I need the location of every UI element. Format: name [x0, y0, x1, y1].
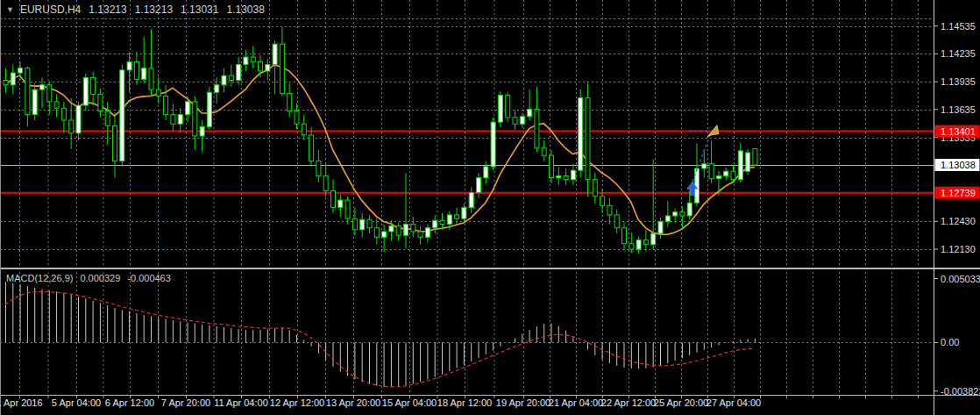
bull-candle-body [665, 216, 670, 221]
bear-candle-body [323, 175, 328, 190]
price-axis-label: 1.13935 [941, 76, 976, 87]
bear-candle-body [345, 200, 350, 218]
bear-candle-body [91, 77, 96, 94]
bull-candle-body [207, 92, 211, 126]
bull-candle-body [462, 207, 466, 218]
bear-candle-body [396, 226, 401, 236]
bull-candle-body [673, 212, 678, 216]
time-axis-label: 22 Apr 12:00 [601, 397, 656, 408]
bull-candle-body [636, 240, 641, 249]
time-axis-label: 19 Apr 20:00 [496, 397, 550, 408]
bear-candle-body [295, 111, 299, 124]
bear-candle-body [280, 44, 284, 93]
bull-candle-body [498, 95, 502, 122]
bear-candle-body [614, 215, 619, 228]
price-axis-label: 1.14535 [941, 21, 976, 32]
bull-candle-body [127, 61, 131, 70]
bull-candle-body [382, 232, 387, 237]
macd-axis-label: -0.003823 [941, 386, 980, 397]
bear-candle-body [411, 224, 415, 231]
bear-candle-body [607, 205, 612, 215]
bear-candle-body [4, 81, 8, 85]
bear-candle-body [418, 232, 423, 237]
time-axis-label: 11 Apr 04:00 [214, 397, 268, 408]
price-chart-canvas[interactable]: 1.145351.142351.139351.136351.133351.124… [0, 0, 980, 415]
bear-candle-body [374, 228, 379, 238]
bull-candle-body [120, 70, 124, 161]
bear-candle-body [455, 215, 459, 218]
bull-candle-body [360, 219, 365, 230]
bear-candle-body [134, 61, 138, 79]
bear-candle-body [25, 68, 30, 115]
time-axis-label: 13 Apr 20:00 [326, 397, 380, 408]
bull-candle-body [658, 221, 663, 233]
bear-candle-body [251, 57, 255, 61]
time-axis-label: 7 Apr 20:00 [161, 397, 210, 408]
bear-candle-body [156, 89, 160, 96]
bear-candle-body [47, 85, 52, 102]
bear-candle-body [753, 148, 757, 165]
bull-candle-body [557, 175, 561, 177]
pane-separator[interactable] [0, 268, 980, 269]
bear-candle-body [680, 212, 685, 216]
bull-candle-body [178, 115, 182, 125]
bull-candle-body [433, 220, 437, 227]
bear-candle-body [622, 228, 627, 244]
macd-axis-label: 0.00 [941, 337, 959, 347]
bull-candle-body [447, 215, 451, 225]
bear-candle-body [352, 218, 357, 230]
bull-candle-body [484, 167, 488, 178]
bull-candle-body [200, 126, 204, 136]
bull-candle-body [237, 65, 241, 81]
time-axis-label: 25 Apr 20:00 [654, 397, 708, 408]
bull-candle-body [528, 109, 532, 116]
bear-candle-body [61, 108, 66, 120]
bull-candle-body [338, 200, 343, 207]
bear-candle-body [309, 135, 314, 161]
bull-candle-body [142, 68, 146, 80]
price-axis-label: 1.14235 [941, 48, 976, 59]
current-price-badge-label: 1.13038 [941, 160, 976, 170]
time-axis-label: 21 Apr 04:00 [549, 397, 603, 408]
bull-candle-body [702, 164, 707, 168]
bear-candle-body [164, 96, 168, 114]
bull-candle-body [83, 77, 88, 105]
macd-axis-label: 0.005033 [941, 274, 980, 284]
time-axis-label: 15 Apr 04:00 [382, 397, 437, 408]
bear-candle-body [331, 190, 336, 207]
bear-candle-body [709, 164, 714, 179]
bull-candle-body [389, 226, 394, 232]
bear-candle-body [593, 180, 597, 197]
bull-candle-body [687, 203, 692, 216]
bull-candle-body [425, 228, 430, 238]
bull-candle-body [477, 178, 481, 193]
bull-candle-body [724, 171, 728, 175]
bear-candle-body [513, 118, 517, 124]
bear-candle-body [506, 95, 510, 117]
bear-candle-body [586, 98, 590, 180]
bull-candle-body [716, 175, 721, 178]
bear-candle-body [535, 109, 539, 147]
symbol-dropdown-icon[interactable]: ▼ [6, 5, 14, 14]
price-axis-label: 1.12430 [941, 216, 976, 226]
bear-candle-body [288, 93, 292, 111]
time-axis-label: 6 Apr 12:00 [105, 397, 154, 408]
time-axis-label: 27 Apr 04:00 [707, 397, 761, 408]
time-axis-label: 1 Apr 2016 [0, 397, 43, 408]
bull-candle-body [32, 89, 37, 115]
bear-candle-body [629, 244, 634, 249]
bear-candle-body [731, 171, 735, 180]
bull-candle-body [491, 122, 495, 167]
bear-candle-body [316, 161, 321, 176]
bear-candle-body [643, 240, 648, 244]
bull-candle-body [738, 151, 742, 180]
bull-candle-body [266, 65, 270, 71]
bull-candle-body [273, 44, 277, 64]
bear-candle-body [113, 125, 117, 161]
bear-candle-body [550, 155, 554, 177]
bull-candle-body [404, 224, 408, 235]
price-axis-label: 1.12130 [941, 244, 976, 254]
bull-candle-body [76, 105, 81, 133]
bear-candle-body [54, 102, 59, 108]
bear-candle-body [259, 61, 263, 71]
